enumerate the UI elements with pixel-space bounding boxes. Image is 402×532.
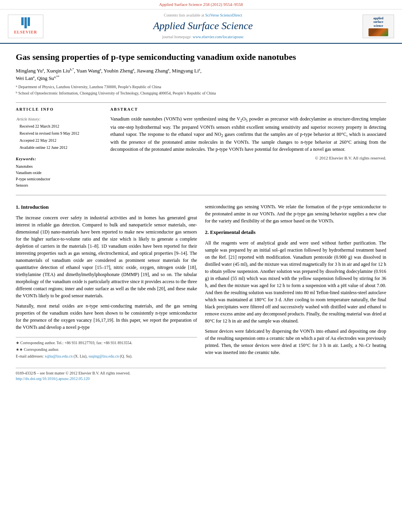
divider-1: [16, 102, 386, 103]
divider-2: [16, 195, 386, 195]
doi-link[interactable]: http://dx.doi.org/10.1016/j.apsusc.2012.…: [16, 376, 89, 381]
footnote-star: ★ Corresponding author. Tel.: +86 931 89…: [16, 340, 197, 346]
homepage-link[interactable]: www.elsevier.com/locate/apsusc: [193, 35, 244, 39]
journal-header: ELSEVIER Contents lists available at Sci…: [0, 9, 402, 43]
sciverse-prefix: Contents lists available at: [164, 13, 204, 17]
article-history-table: Article history: Received 22 March 2012 …: [16, 115, 102, 152]
journal-title: Applied Surface Science: [51, 19, 355, 33]
right-intro-para1: semiconducting gas sensing VONTs. We rel…: [205, 203, 386, 224]
experimental-para2: Sensor devices were fabricated by disper…: [205, 328, 386, 356]
main-content: Gas sensing properties of p-type semicon…: [0, 44, 402, 389]
logo-bar-3: [28, 17, 30, 26]
affiliation-a: ᵃ Department of Physics, Lanzhou Univers…: [16, 84, 386, 90]
affiliation-b: ᵇ School of Optoelectronic Information, …: [16, 91, 386, 96]
intro-para1: The increase concern over safety in indu…: [16, 214, 197, 299]
section1-heading: 1. Introduction: [16, 203, 197, 211]
article-info: ARTICLE INFO Article history: Received 2…: [16, 107, 102, 189]
header-center: Contents lists available at SciVerse Sci…: [43, 13, 363, 39]
logo-bar-1: [21, 17, 24, 25]
journal-logo-text: appliedsurfacescience: [373, 17, 383, 28]
revised-date: Received in revised form 9 May 2012: [19, 130, 102, 137]
journal-logo-image: [368, 28, 388, 36]
intro-para2: Naturally, most metal oxides are n-type …: [16, 302, 197, 331]
section1-heading-text: 1. Introduction: [16, 204, 49, 210]
section2-heading: 2. Experimental details: [205, 228, 386, 236]
doi-line: http://dx.doi.org/10.1016/j.apsusc.2012.…: [16, 376, 386, 382]
email-link-1[interactable]: xqliu@lzu.edu.cn: [45, 354, 73, 358]
abstract-section: ABSTRACT Vanadium oxide nanotubes (VONTs…: [110, 107, 386, 189]
available-label: [17, 145, 19, 151]
footnotes: ★ Corresponding author. Tel.: +86 931 89…: [16, 337, 197, 359]
logo-bars: [21, 17, 30, 28]
body-columns: 1. Introduction The increase concern ove…: [16, 203, 386, 360]
sciverse-line: Contents lists available at SciVerse Sci…: [51, 13, 355, 18]
abstract-text: Vanadium oxide nanotubes (VONTs) were sy…: [110, 115, 386, 153]
elsevier-logo: ELSEVIER: [8, 15, 43, 38]
left-column: 1. Introduction The increase concern ove…: [16, 203, 197, 360]
info-abstract-row: ARTICLE INFO Article history: Received 2…: [16, 107, 386, 189]
email-link-2[interactable]: suqing@lzu.edu.cn: [88, 354, 119, 358]
article-title: Gas sensing properties of p-type semicon…: [16, 52, 386, 63]
revised-label: [17, 130, 19, 137]
keyword-3: P-type semiconductor: [16, 176, 102, 182]
available-date: Available online 12 June 2012: [19, 145, 102, 151]
keyword-1: Nanotubes: [16, 163, 102, 170]
accepted-label: [17, 137, 19, 144]
footnote-starstar: ★★ Corresponding author.: [16, 347, 197, 352]
footnote-email: E-mail addresses: xqliu@lzu.edu.cn (X. L…: [16, 353, 197, 359]
journal-homepage-line: journal homepage: www.elsevier.com/locat…: [51, 34, 355, 40]
received-date: Received 22 March 2012: [19, 123, 102, 130]
keywords-list: Nanotubes Vanadium oxide P-type semicond…: [16, 163, 102, 189]
sciverse-link[interactable]: SciVerse ScienceDirect: [205, 13, 242, 17]
keywords-heading: Keywords:: [16, 156, 102, 162]
keyword-2: Vanadium oxide: [16, 170, 102, 176]
authors-line: Minglang Yua, Xueqin Liub,*, Yuan Wanga,…: [16, 67, 386, 82]
accepted-date: Accepted 22 May 2012: [19, 137, 102, 144]
received-label: [17, 123, 19, 130]
elsevier-text: ELSEVIER: [14, 30, 37, 35]
logo-bar-2: [24, 17, 27, 28]
journal-logo-box: appliedsurfacescience: [363, 15, 394, 38]
citation-text: Applied Surface Science 258 (2012) 9554–…: [159, 2, 243, 7]
journal-citation: Applied Surface Science 258 (2012) 9554–…: [0, 0, 402, 9]
section2-heading-text: 2. Experimental details: [205, 229, 255, 235]
homepage-prefix: journal homepage:: [162, 35, 192, 39]
abstract-heading: ABSTRACT: [110, 107, 386, 112]
copyright-text: © 2012 Elsevier B.V. All rights reserved…: [110, 155, 386, 161]
bottom-bar: 0169-4332/$ – see front matter © 2012 El…: [16, 368, 386, 382]
article-info-heading: ARTICLE INFO: [16, 107, 102, 112]
keywords-section: Keywords: Nanotubes Vanadium oxide P-typ…: [16, 156, 102, 189]
affiliations: ᵃ Department of Physics, Lanzhou Univers…: [16, 84, 386, 96]
issn-line: 0169-4332/$ – see front matter © 2012 El…: [16, 371, 386, 376]
right-column: semiconducting gas sensing VONTs. We rel…: [205, 203, 386, 360]
keyword-4: Sensors: [16, 182, 102, 189]
history-label: Article history:: [17, 116, 102, 122]
experimental-para1: All the reagents were of analytical grad…: [205, 239, 386, 324]
